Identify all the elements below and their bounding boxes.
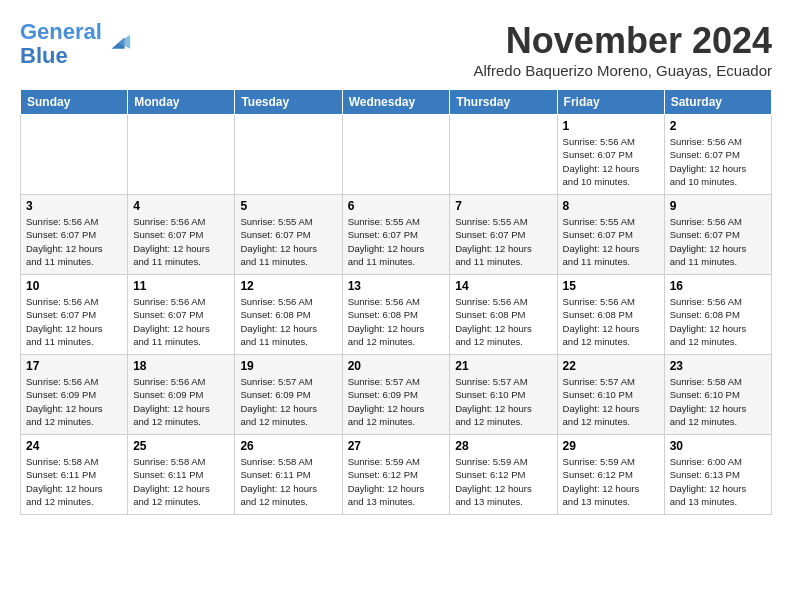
logo-text: GeneralBlue: [20, 20, 102, 68]
day-number: 27: [348, 439, 445, 453]
day-info: Sunrise: 5:55 AM Sunset: 6:07 PM Dayligh…: [240, 215, 336, 268]
day-info: Sunrise: 5:56 AM Sunset: 6:09 PM Dayligh…: [26, 375, 122, 428]
title-section: November 2024 Alfredo Baquerizo Moreno, …: [474, 20, 773, 79]
day-number: 3: [26, 199, 122, 213]
calendar-day-cell: 18Sunrise: 5:56 AM Sunset: 6:09 PM Dayli…: [128, 355, 235, 435]
day-info: Sunrise: 5:56 AM Sunset: 6:07 PM Dayligh…: [26, 215, 122, 268]
day-number: 9: [670, 199, 766, 213]
day-number: 10: [26, 279, 122, 293]
calendar-day-cell: 6Sunrise: 5:55 AM Sunset: 6:07 PM Daylig…: [342, 195, 450, 275]
calendar-day-cell: 22Sunrise: 5:57 AM Sunset: 6:10 PM Dayli…: [557, 355, 664, 435]
day-info: Sunrise: 5:56 AM Sunset: 6:07 PM Dayligh…: [26, 295, 122, 348]
day-number: 11: [133, 279, 229, 293]
calendar-day-cell: 10Sunrise: 5:56 AM Sunset: 6:07 PM Dayli…: [21, 275, 128, 355]
day-number: 19: [240, 359, 336, 373]
calendar-day-cell: 20Sunrise: 5:57 AM Sunset: 6:09 PM Dayli…: [342, 355, 450, 435]
calendar-body: 1Sunrise: 5:56 AM Sunset: 6:07 PM Daylig…: [21, 115, 772, 515]
day-info: Sunrise: 5:57 AM Sunset: 6:10 PM Dayligh…: [455, 375, 551, 428]
calendar-day-cell: 2Sunrise: 5:56 AM Sunset: 6:07 PM Daylig…: [664, 115, 771, 195]
day-info: Sunrise: 6:00 AM Sunset: 6:13 PM Dayligh…: [670, 455, 766, 508]
day-number: 18: [133, 359, 229, 373]
calendar-day-cell: 30Sunrise: 6:00 AM Sunset: 6:13 PM Dayli…: [664, 435, 771, 515]
day-info: Sunrise: 5:56 AM Sunset: 6:08 PM Dayligh…: [670, 295, 766, 348]
day-info: Sunrise: 5:57 AM Sunset: 6:09 PM Dayligh…: [240, 375, 336, 428]
day-number: 25: [133, 439, 229, 453]
day-info: Sunrise: 5:56 AM Sunset: 6:07 PM Dayligh…: [670, 135, 766, 188]
day-number: 30: [670, 439, 766, 453]
weekday-header-cell: Saturday: [664, 90, 771, 115]
logo-icon: [104, 30, 132, 58]
day-info: Sunrise: 5:57 AM Sunset: 6:10 PM Dayligh…: [563, 375, 659, 428]
calendar-day-cell: 19Sunrise: 5:57 AM Sunset: 6:09 PM Dayli…: [235, 355, 342, 435]
calendar-day-cell: 26Sunrise: 5:58 AM Sunset: 6:11 PM Dayli…: [235, 435, 342, 515]
day-number: 13: [348, 279, 445, 293]
calendar-day-cell: 3Sunrise: 5:56 AM Sunset: 6:07 PM Daylig…: [21, 195, 128, 275]
day-info: Sunrise: 5:55 AM Sunset: 6:07 PM Dayligh…: [348, 215, 445, 268]
weekday-header-cell: Thursday: [450, 90, 557, 115]
day-info: Sunrise: 5:57 AM Sunset: 6:09 PM Dayligh…: [348, 375, 445, 428]
day-info: Sunrise: 5:59 AM Sunset: 6:12 PM Dayligh…: [348, 455, 445, 508]
header: GeneralBlue November 2024 Alfredo Baquer…: [20, 20, 772, 79]
day-number: 6: [348, 199, 445, 213]
calendar-day-cell: 8Sunrise: 5:55 AM Sunset: 6:07 PM Daylig…: [557, 195, 664, 275]
calendar-day-cell: 7Sunrise: 5:55 AM Sunset: 6:07 PM Daylig…: [450, 195, 557, 275]
day-info: Sunrise: 5:56 AM Sunset: 6:08 PM Dayligh…: [240, 295, 336, 348]
day-info: Sunrise: 5:56 AM Sunset: 6:07 PM Dayligh…: [133, 215, 229, 268]
day-info: Sunrise: 5:56 AM Sunset: 6:07 PM Dayligh…: [563, 135, 659, 188]
calendar-day-cell: [21, 115, 128, 195]
day-info: Sunrise: 5:56 AM Sunset: 6:08 PM Dayligh…: [455, 295, 551, 348]
calendar-day-cell: 25Sunrise: 5:58 AM Sunset: 6:11 PM Dayli…: [128, 435, 235, 515]
location-title: Alfredo Baquerizo Moreno, Guayas, Ecuado…: [474, 62, 773, 79]
day-info: Sunrise: 5:58 AM Sunset: 6:11 PM Dayligh…: [26, 455, 122, 508]
calendar-day-cell: 15Sunrise: 5:56 AM Sunset: 6:08 PM Dayli…: [557, 275, 664, 355]
weekday-header-cell: Tuesday: [235, 90, 342, 115]
day-number: 17: [26, 359, 122, 373]
day-info: Sunrise: 5:56 AM Sunset: 6:08 PM Dayligh…: [563, 295, 659, 348]
calendar-day-cell: 24Sunrise: 5:58 AM Sunset: 6:11 PM Dayli…: [21, 435, 128, 515]
day-number: 7: [455, 199, 551, 213]
calendar-day-cell: 23Sunrise: 5:58 AM Sunset: 6:10 PM Dayli…: [664, 355, 771, 435]
day-info: Sunrise: 5:56 AM Sunset: 6:08 PM Dayligh…: [348, 295, 445, 348]
calendar-day-cell: 4Sunrise: 5:56 AM Sunset: 6:07 PM Daylig…: [128, 195, 235, 275]
calendar-day-cell: 27Sunrise: 5:59 AM Sunset: 6:12 PM Dayli…: [342, 435, 450, 515]
day-number: 14: [455, 279, 551, 293]
calendar-day-cell: 1Sunrise: 5:56 AM Sunset: 6:07 PM Daylig…: [557, 115, 664, 195]
calendar-day-cell: [128, 115, 235, 195]
weekday-header-cell: Monday: [128, 90, 235, 115]
day-number: 26: [240, 439, 336, 453]
weekday-header-cell: Wednesday: [342, 90, 450, 115]
day-info: Sunrise: 5:58 AM Sunset: 6:11 PM Dayligh…: [240, 455, 336, 508]
calendar-day-cell: [450, 115, 557, 195]
calendar-day-cell: 13Sunrise: 5:56 AM Sunset: 6:08 PM Dayli…: [342, 275, 450, 355]
month-title: November 2024: [474, 20, 773, 62]
calendar-day-cell: 5Sunrise: 5:55 AM Sunset: 6:07 PM Daylig…: [235, 195, 342, 275]
calendar-day-cell: 21Sunrise: 5:57 AM Sunset: 6:10 PM Dayli…: [450, 355, 557, 435]
day-number: 29: [563, 439, 659, 453]
calendar-table: SundayMondayTuesdayWednesdayThursdayFrid…: [20, 89, 772, 515]
day-number: 15: [563, 279, 659, 293]
day-number: 24: [26, 439, 122, 453]
calendar-day-cell: 28Sunrise: 5:59 AM Sunset: 6:12 PM Dayli…: [450, 435, 557, 515]
calendar-week-row: 24Sunrise: 5:58 AM Sunset: 6:11 PM Dayli…: [21, 435, 772, 515]
calendar-day-cell: [342, 115, 450, 195]
day-number: 21: [455, 359, 551, 373]
calendar-week-row: 10Sunrise: 5:56 AM Sunset: 6:07 PM Dayli…: [21, 275, 772, 355]
weekday-header-cell: Friday: [557, 90, 664, 115]
calendar-week-row: 3Sunrise: 5:56 AM Sunset: 6:07 PM Daylig…: [21, 195, 772, 275]
day-number: 23: [670, 359, 766, 373]
day-info: Sunrise: 5:58 AM Sunset: 6:11 PM Dayligh…: [133, 455, 229, 508]
day-info: Sunrise: 5:55 AM Sunset: 6:07 PM Dayligh…: [563, 215, 659, 268]
day-info: Sunrise: 5:56 AM Sunset: 6:07 PM Dayligh…: [670, 215, 766, 268]
day-number: 20: [348, 359, 445, 373]
calendar-day-cell: 12Sunrise: 5:56 AM Sunset: 6:08 PM Dayli…: [235, 275, 342, 355]
day-info: Sunrise: 5:55 AM Sunset: 6:07 PM Dayligh…: [455, 215, 551, 268]
calendar-day-cell: [235, 115, 342, 195]
day-number: 8: [563, 199, 659, 213]
day-number: 28: [455, 439, 551, 453]
day-number: 1: [563, 119, 659, 133]
calendar-week-row: 17Sunrise: 5:56 AM Sunset: 6:09 PM Dayli…: [21, 355, 772, 435]
weekday-header-cell: Sunday: [21, 90, 128, 115]
calendar-day-cell: 14Sunrise: 5:56 AM Sunset: 6:08 PM Dayli…: [450, 275, 557, 355]
calendar-day-cell: 16Sunrise: 5:56 AM Sunset: 6:08 PM Dayli…: [664, 275, 771, 355]
day-info: Sunrise: 5:59 AM Sunset: 6:12 PM Dayligh…: [563, 455, 659, 508]
